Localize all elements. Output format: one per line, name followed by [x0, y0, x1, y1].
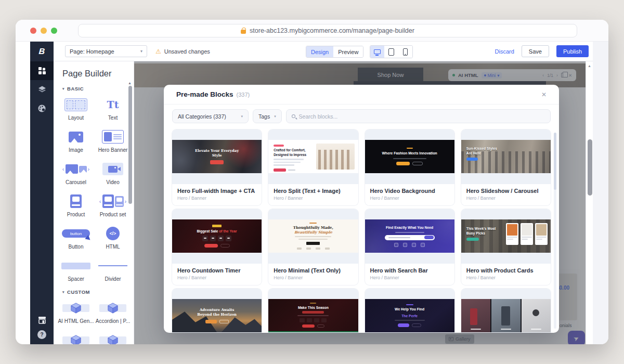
- publish-button[interactable]: Publish: [556, 45, 589, 57]
- product-set-icon: ‹ ›: [99, 194, 126, 208]
- modal-header: Pre-made Blocks (337) ✕: [164, 85, 559, 105]
- desktop-view-button[interactable]: [370, 46, 384, 58]
- preview-subheading: Beautifully Simple: [294, 230, 332, 235]
- block-card[interactable]: Crafted for Comfort, Designed to Impress…: [268, 129, 358, 205]
- widget-divider[interactable]: Divider: [95, 258, 131, 282]
- preview-feature-row: [394, 243, 425, 247]
- preview-heading: Thoughtfully Made,: [293, 225, 333, 230]
- category-filter-select[interactable]: All Categories (337) ▾: [172, 109, 249, 123]
- preview-product-cards: [506, 223, 548, 245]
- block-card[interactable]: We Help You Find The Perfe: [365, 289, 454, 333]
- widget-accordion[interactable]: Accordion | P...: [95, 300, 131, 324]
- widget-button[interactable]: button Button: [58, 226, 94, 250]
- block-preview: Elevate Your Everyday Style: [172, 129, 262, 184]
- block-card[interactable]: Where Fashion Meets Innovation Hero Vide…: [365, 129, 454, 205]
- modal-scrollbar-thumb[interactable]: [554, 133, 556, 190]
- widget-text[interactable]: Tt Text: [95, 97, 131, 121]
- collapse-caret-icon: ▾: [62, 87, 64, 91]
- search-input[interactable]: [299, 113, 545, 120]
- preview-heading: This Week's Most Busy Picks: [466, 226, 499, 236]
- section-basic[interactable]: ▾ BASIC: [62, 86, 134, 92]
- sidebar-scroll-up-icon[interactable]: ▲: [128, 81, 132, 85]
- rail-item-layers[interactable]: [30, 80, 54, 99]
- countdown-boxes: [300, 318, 327, 322]
- sidebar-scrollbar-thumb[interactable]: [128, 86, 132, 204]
- preview-heading: Where Fashion Meets Innovation: [381, 151, 438, 155]
- widget-hero-banner[interactable]: Hero Banner: [95, 129, 131, 153]
- block-card[interactable]: Sun-Kissed Styles Are Here Hero Slidesho…: [461, 129, 551, 205]
- block-card[interactable]: This Week's Most Busy Picks Hero with Pr…: [461, 209, 551, 285]
- chevron-down-icon: ▾: [140, 49, 142, 54]
- block-category: Hero / Banner: [370, 196, 449, 201]
- tab-preview[interactable]: Preview: [333, 46, 363, 57]
- chevron-right-icon: ›: [125, 199, 127, 204]
- rail-item-widgets[interactable]: [30, 61, 54, 80]
- block-preview: Biggest Sale of the Year: [172, 209, 262, 264]
- close-window-button[interactable]: [30, 28, 36, 34]
- widget-carousel[interactable]: ‹ › Carousel: [58, 161, 94, 185]
- canvas-scrollbar-thumb[interactable]: [588, 139, 592, 196]
- block-card[interactable]: Find Exactly What You Need Hero with Sea…: [365, 209, 454, 285]
- bigcommerce-logo: B: [30, 42, 55, 61]
- widget-custom-4[interactable]: [95, 332, 131, 344]
- close-modal-button[interactable]: ✕: [541, 91, 547, 98]
- widget-custom-3[interactable]: [58, 332, 94, 344]
- block-card[interactable]: Adventure Awaits Beyond the Horizon: [172, 289, 262, 333]
- widget-image[interactable]: Image: [58, 129, 94, 153]
- block-card[interactable]: Biggest Sale of the Year Hero Countdown …: [172, 209, 262, 285]
- address-bar[interactable]: store-abc123.mybigcommerce.com/manage/pa…: [78, 24, 577, 37]
- monitor-icon: [374, 49, 381, 54]
- block-category: Hero / Banner: [177, 275, 256, 280]
- tags-filter-select[interactable]: Tags ▾: [253, 109, 282, 123]
- widget-layout[interactable]: Layout: [58, 97, 94, 121]
- widget-spacer[interactable]: Spacer: [58, 258, 94, 282]
- preview-cta: [398, 323, 409, 327]
- block-category: Hero / Banner: [274, 196, 353, 201]
- save-button[interactable]: Save: [522, 45, 549, 57]
- discard-button[interactable]: Discard: [495, 48, 514, 55]
- rail-bottom-group: ?: [30, 316, 54, 344]
- page-builder-toolbar: Page: Homepage ▾ ⚠ Unsaved changes Desig…: [54, 42, 593, 61]
- left-rail: B: [30, 42, 54, 344]
- modal-scrollbar: [554, 133, 556, 329]
- help-button[interactable]: ?: [37, 330, 46, 339]
- phone-view-button[interactable]: [398, 46, 412, 58]
- window-right-gutter: [593, 42, 608, 344]
- widget-label: HTML: [106, 244, 120, 250]
- zoom-window-button[interactable]: [51, 28, 57, 34]
- preview-cta: [210, 160, 224, 164]
- preview-badge: [274, 145, 284, 147]
- basic-widgets-grid: Layout Tt Text Image Hero Banner ‹ ›: [58, 97, 134, 282]
- rail-item-theme-styles[interactable]: [30, 99, 54, 118]
- layout-icon: [64, 98, 87, 111]
- block-title: Hero Split (Text + Image): [274, 188, 353, 194]
- block-preview: Make This Season: [268, 289, 358, 333]
- blocks-grid: Elevate Your Everyday Style Hero Full-wi…: [164, 129, 559, 333]
- preview-accent: [407, 148, 413, 149]
- block-category: Hero / Banner: [370, 275, 449, 280]
- widget-product-set[interactable]: ‹ › Product set: [95, 193, 131, 217]
- block-card[interactable]: Make This Season: [268, 289, 358, 333]
- widget-ai-html[interactable]: AI HTML Gen...: [58, 300, 94, 324]
- preview-cta: [466, 238, 479, 241]
- widget-label: Product set: [100, 212, 126, 217]
- section-custom[interactable]: ▾ CUSTOM: [62, 289, 134, 295]
- widget-label: Spacer: [68, 276, 84, 282]
- tab-design[interactable]: Design: [306, 46, 333, 57]
- storefront-icon[interactable]: [38, 316, 46, 324]
- widget-html[interactable]: </> HTML: [95, 226, 131, 250]
- tablet-view-button[interactable]: [384, 46, 398, 58]
- widget-video[interactable]: Video: [95, 161, 131, 185]
- block-card[interactable]: Elevate Your Everyday Style Hero Full-wi…: [172, 129, 262, 205]
- block-category: Hero / Banner: [466, 196, 545, 201]
- block-card[interactable]: Thoughtfully Made, Beautifully Simple He…: [268, 209, 358, 285]
- block-card[interactable]: [461, 289, 551, 333]
- palette-icon: [37, 104, 46, 113]
- minimize-window-button[interactable]: [41, 28, 47, 34]
- placeholder-line: [298, 239, 328, 240]
- scroll-up-icon[interactable]: ▲: [588, 64, 591, 68]
- view-controls: Design Preview: [306, 45, 413, 58]
- widget-product[interactable]: Product: [58, 193, 94, 217]
- preview-accent: [310, 303, 316, 304]
- page-select[interactable]: Page: Homepage ▾: [65, 45, 147, 57]
